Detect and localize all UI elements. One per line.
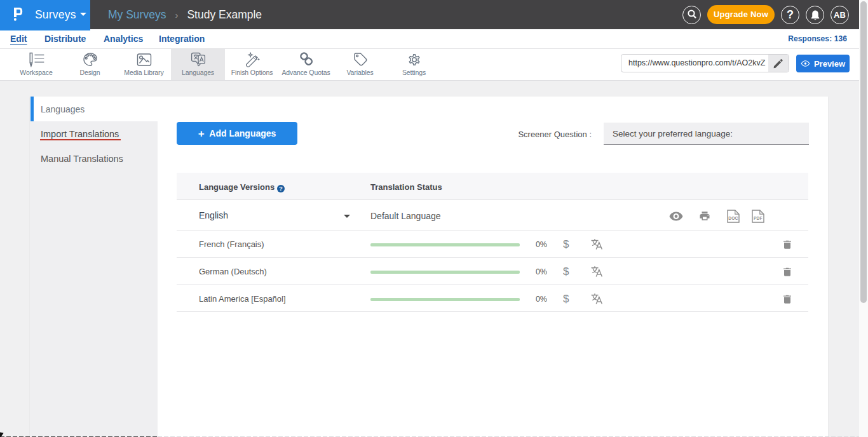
svg-text:DOC: DOC <box>728 216 738 220</box>
svg-text:PDF: PDF <box>754 216 762 220</box>
